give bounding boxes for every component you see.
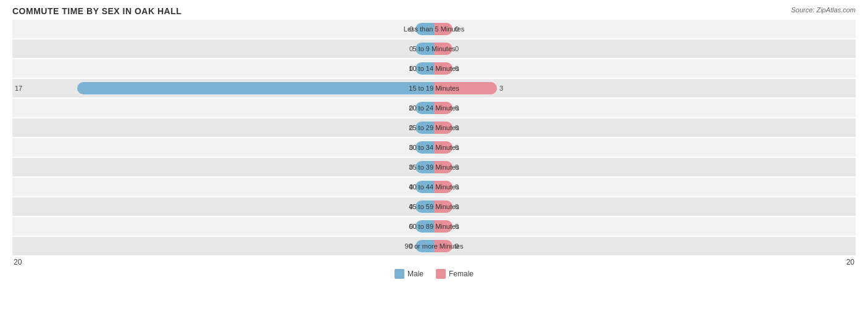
right-section: 0 bbox=[434, 20, 856, 38]
bar-value-left: 0 bbox=[409, 25, 413, 33]
right-section: 0 bbox=[434, 99, 856, 117]
chart-title: COMMUTE TIME BY SEX IN OAK HALL bbox=[12, 6, 856, 16]
bar-blue bbox=[415, 102, 434, 114]
bar-value-left: 0 bbox=[409, 45, 413, 52]
table-row: 0020 to 24 Minutes bbox=[12, 99, 856, 117]
right-section: 0 bbox=[434, 237, 856, 255]
bar-value-left: 0 bbox=[409, 65, 413, 72]
axis-left: 20 bbox=[14, 258, 22, 266]
left-section: 0 bbox=[12, 217, 434, 236]
chart-rows-wrapper: 00Less than 5 Minutes005 to 9 Minutes001… bbox=[12, 20, 856, 255]
bar-value-right: 0 bbox=[455, 25, 459, 33]
bar-value-right: 0 bbox=[455, 223, 459, 230]
legend: Male Female bbox=[12, 269, 856, 279]
table-row: 0060 to 89 Minutes bbox=[12, 217, 856, 236]
bar-pink bbox=[434, 122, 453, 134]
bar-pink bbox=[434, 102, 453, 114]
right-section: 0 bbox=[434, 178, 856, 196]
bar-blue bbox=[77, 82, 434, 94]
bar-blue bbox=[415, 220, 434, 233]
bar-value-right: 0 bbox=[455, 144, 459, 151]
right-section: 0 bbox=[434, 217, 856, 236]
bar-blue bbox=[415, 62, 434, 75]
bar-value-right: 0 bbox=[455, 183, 459, 191]
bar-blue bbox=[415, 240, 434, 252]
bar-value-left: 0 bbox=[409, 223, 413, 230]
right-section: 0 bbox=[434, 59, 856, 78]
bar-blue bbox=[415, 23, 434, 35]
legend-female: Female bbox=[436, 269, 474, 279]
left-section: 0 bbox=[12, 197, 434, 216]
bar-value-left: 0 bbox=[409, 104, 413, 112]
bar-pink bbox=[434, 161, 453, 173]
right-section: 3 bbox=[434, 79, 856, 97]
bar-blue bbox=[415, 43, 434, 55]
source-text: Source: ZipAtlas.com bbox=[791, 6, 856, 14]
left-section: 17 bbox=[12, 79, 434, 97]
bar-value-right: 0 bbox=[455, 203, 459, 210]
bar-blue bbox=[415, 122, 434, 134]
bar-value-left: 0 bbox=[409, 183, 413, 191]
bar-blue bbox=[415, 200, 434, 213]
bar-value-left: 0 bbox=[409, 144, 413, 151]
bar-blue bbox=[415, 141, 434, 154]
table-row: 0045 to 59 Minutes bbox=[12, 197, 856, 216]
table-row: 005 to 9 Minutes bbox=[12, 39, 856, 58]
legend-female-label: Female bbox=[449, 270, 474, 278]
bar-value-right: 0 bbox=[455, 45, 459, 52]
bar-value-left: 0 bbox=[409, 242, 413, 250]
left-section: 0 bbox=[12, 178, 434, 196]
right-section: 0 bbox=[434, 39, 856, 58]
right-section: 0 bbox=[434, 197, 856, 216]
legend-female-box bbox=[436, 269, 446, 279]
left-section: 0 bbox=[12, 20, 434, 38]
table-row: 0010 to 14 Minutes bbox=[12, 59, 856, 78]
left-section: 0 bbox=[12, 138, 434, 157]
table-row: 17315 to 19 Minutes bbox=[12, 79, 856, 97]
bar-blue bbox=[415, 181, 434, 193]
legend-male-label: Male bbox=[407, 270, 424, 278]
right-section: 0 bbox=[434, 138, 856, 157]
left-section: 0 bbox=[12, 39, 434, 58]
bar-value-right: 3 bbox=[499, 85, 503, 92]
left-section: 0 bbox=[12, 99, 434, 117]
bar-pink bbox=[434, 240, 453, 252]
bar-pink bbox=[434, 200, 453, 213]
bar-value-right: 0 bbox=[455, 163, 459, 171]
table-row: 0090 or more Minutes bbox=[12, 237, 856, 255]
bar-value-left: 0 bbox=[409, 163, 413, 171]
right-section: 0 bbox=[434, 118, 856, 137]
legend-male-box bbox=[394, 269, 404, 279]
bar-pink bbox=[434, 220, 453, 233]
bar-value-left: 0 bbox=[409, 124, 413, 131]
table-row: 0035 to 39 Minutes bbox=[12, 158, 856, 176]
bar-pink bbox=[434, 23, 453, 35]
bar-pink bbox=[434, 181, 453, 193]
bar-pink bbox=[434, 82, 497, 94]
bar-value-left: 17 bbox=[15, 85, 22, 92]
axis-right: 20 bbox=[846, 258, 854, 266]
table-row: 00Less than 5 Minutes bbox=[12, 20, 856, 38]
bar-value-right: 0 bbox=[455, 124, 459, 131]
bar-value-right: 0 bbox=[455, 104, 459, 112]
left-section: 0 bbox=[12, 237, 434, 255]
bar-blue bbox=[415, 161, 434, 173]
bar-pink bbox=[434, 141, 453, 154]
left-section: 0 bbox=[12, 59, 434, 78]
bar-value-left: 0 bbox=[409, 203, 413, 210]
bar-pink bbox=[434, 62, 453, 75]
table-row: 0030 to 34 Minutes bbox=[12, 138, 856, 157]
left-section: 0 bbox=[12, 118, 434, 137]
bar-pink bbox=[434, 43, 453, 55]
bar-value-right: 0 bbox=[455, 242, 459, 250]
table-row: 0025 to 29 Minutes bbox=[12, 118, 856, 137]
chart-container: COMMUTE TIME BY SEX IN OAK HALL Source: … bbox=[0, 0, 868, 322]
legend-male: Male bbox=[394, 269, 424, 279]
table-row: 0040 to 44 Minutes bbox=[12, 178, 856, 196]
axis-row: 20 20 bbox=[12, 258, 856, 266]
right-section: 0 bbox=[434, 158, 856, 176]
bar-value-right: 0 bbox=[455, 65, 459, 72]
left-section: 0 bbox=[12, 158, 434, 176]
